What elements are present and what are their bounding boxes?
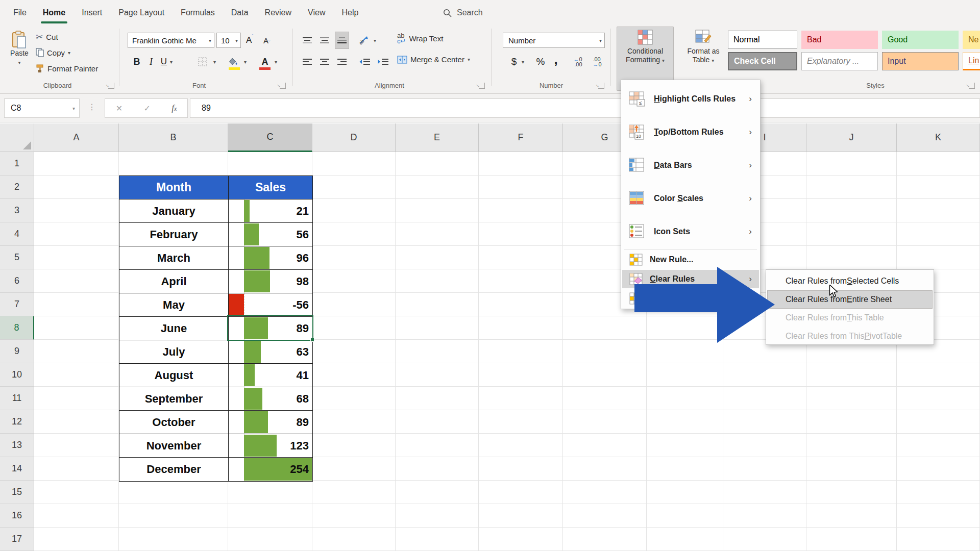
comma-style-button[interactable]: ,: [551, 53, 560, 70]
copy-button[interactable]: Copy ▾: [36, 48, 70, 57]
sales-cell[interactable]: 63: [229, 340, 312, 364]
format-painter-button[interactable]: Format Painter: [36, 64, 98, 73]
fill-handle[interactable]: [310, 338, 314, 342]
number-dialog-launcher-icon[interactable]: [598, 83, 604, 89]
font-dialog-launcher-icon[interactable]: [280, 83, 286, 89]
menu-item-color-scales[interactable]: Color Scales›: [622, 182, 759, 215]
increase-font-size-button[interactable]: Aˆ: [246, 33, 254, 48]
column-header-j[interactable]: J: [806, 123, 897, 152]
accounting-format-button[interactable]: $: [508, 53, 520, 70]
menu-item-new-rule[interactable]: New Rule...: [622, 251, 759, 269]
orientation-button[interactable]: ab: [356, 32, 372, 49]
align-left-button[interactable]: [300, 53, 314, 70]
fill-color-button[interactable]: [228, 53, 241, 70]
column-header-b[interactable]: B: [119, 123, 228, 152]
align-center-button[interactable]: [317, 53, 332, 70]
month-cell[interactable]: November: [119, 434, 229, 458]
italic-button[interactable]: I: [146, 53, 156, 70]
name-box[interactable]: C8 ▾: [4, 98, 80, 118]
borders-chevron-icon[interactable]: ▾: [213, 53, 216, 70]
row-header-2[interactable]: 2: [0, 176, 34, 199]
submenu-item-clear-rules-from-entire-sheet[interactable]: Clear Rules from Entire Sheet: [767, 290, 933, 309]
row-header-17[interactable]: 17: [0, 528, 34, 551]
month-cell[interactable]: October: [119, 411, 229, 434]
increase-indent-button[interactable]: [376, 53, 391, 70]
percent-style-button[interactable]: %: [534, 53, 547, 70]
row-header-4[interactable]: 4: [0, 222, 34, 246]
sales-cell[interactable]: 56: [229, 223, 312, 246]
column-header-f[interactable]: F: [479, 123, 563, 152]
tab-data[interactable]: Data: [223, 0, 257, 26]
row-header-5[interactable]: 5: [0, 246, 34, 269]
month-cell[interactable]: July: [119, 340, 229, 364]
increase-decimal-button[interactable]: ←0.00: [570, 53, 586, 70]
column-header-k[interactable]: K: [897, 123, 980, 152]
fill-color-chevron-icon[interactable]: ▾: [244, 53, 247, 70]
menu-item-top-bottom-rules[interactable]: 10Top/Bottom Rules›: [622, 115, 759, 148]
month-cell[interactable]: February: [119, 223, 229, 246]
row-header-7[interactable]: 7: [0, 293, 34, 316]
month-cell[interactable]: May: [119, 293, 229, 317]
submenu-item-clear-rules-from-selected-cells[interactable]: Clear Rules from Selected Cells: [767, 272, 933, 290]
month-cell[interactable]: September: [119, 387, 229, 411]
row-header-1[interactable]: 1: [0, 152, 34, 176]
top-align-button[interactable]: [300, 32, 314, 49]
tab-help[interactable]: Help: [333, 0, 366, 26]
cut-button[interactable]: ✂ Cut: [36, 32, 58, 42]
decrease-font-size-button[interactable]: Aˇ: [263, 33, 270, 48]
cell-style-ne[interactable]: Ne: [963, 31, 980, 49]
row-header-10[interactable]: 10: [0, 363, 34, 387]
row-header-6[interactable]: 6: [0, 269, 34, 293]
tab-page-layout[interactable]: Page Layout: [110, 0, 173, 26]
middle-align-button[interactable]: [317, 32, 332, 49]
month-cell[interactable]: April: [119, 270, 229, 293]
sales-cell[interactable]: 21: [229, 199, 312, 223]
sales-cell[interactable]: 123: [229, 434, 312, 458]
align-right-button[interactable]: [335, 53, 349, 70]
sales-cell[interactable]: -56: [229, 293, 312, 317]
month-cell[interactable]: August: [119, 364, 229, 387]
accounting-chevron-icon[interactable]: ▾: [522, 53, 524, 70]
menu-item-icon-sets[interactable]: Icon Sets›: [622, 215, 759, 248]
row-header-11[interactable]: 11: [0, 387, 34, 410]
paste-button[interactable]: Paste ▾: [6, 28, 33, 80]
merge-center-button[interactable]: Merge & Center ▾: [397, 55, 470, 64]
underline-button[interactable]: U: [158, 53, 169, 70]
tab-view[interactable]: View: [300, 0, 333, 26]
styles-dialog-launcher-icon[interactable]: [969, 83, 975, 89]
sales-cell[interactable]: 68: [229, 387, 312, 411]
tab-insert[interactable]: Insert: [74, 0, 110, 26]
cell-style-check-cell[interactable]: Check Cell: [728, 52, 797, 70]
row-header-9[interactable]: 9: [0, 340, 34, 363]
underline-chevron-icon[interactable]: ▾: [170, 53, 173, 70]
number-format-combobox[interactable]: Number ▾: [503, 33, 605, 48]
alignment-dialog-launcher-icon[interactable]: [479, 83, 485, 89]
cell-style-input[interactable]: Input: [882, 52, 959, 70]
wrap-text-button[interactable]: abc↵ Wrap Text: [397, 33, 443, 44]
column-header-e[interactable]: E: [396, 123, 479, 152]
row-header-16[interactable]: 16: [0, 504, 34, 528]
bottom-align-button[interactable]: [335, 32, 349, 49]
active-cell-selection[interactable]: [227, 315, 313, 341]
sales-cell[interactable]: 254: [229, 458, 312, 481]
row-header-15[interactable]: 15: [0, 481, 34, 504]
menu-item-data-bars[interactable]: Data Bars›: [622, 148, 759, 182]
cancel-entry-icon[interactable]: ✕: [116, 104, 122, 113]
cell-style-good[interactable]: Good: [882, 31, 959, 49]
formula-input[interactable]: 89: [190, 98, 980, 118]
sales-cell[interactable]: 41: [229, 364, 312, 387]
row-header-8[interactable]: 8: [0, 316, 34, 340]
bold-button[interactable]: B: [131, 53, 143, 70]
font-name-combobox[interactable]: Franklin Gothic Me ▾: [128, 33, 214, 48]
row-header-12[interactable]: 12: [0, 410, 34, 434]
tab-file[interactable]: File: [5, 0, 35, 26]
row-header-3[interactable]: 3: [0, 199, 34, 222]
row-header-14[interactable]: 14: [0, 457, 34, 481]
search-box[interactable]: Search: [443, 0, 483, 26]
confirm-entry-icon[interactable]: ✓: [143, 104, 150, 113]
orientation-chevron-icon[interactable]: ▾: [374, 32, 376, 49]
month-cell[interactable]: June: [119, 317, 229, 340]
insert-function-icon[interactable]: fx: [172, 103, 177, 113]
column-header-c[interactable]: C: [228, 123, 312, 152]
decrease-indent-button[interactable]: [357, 53, 373, 70]
